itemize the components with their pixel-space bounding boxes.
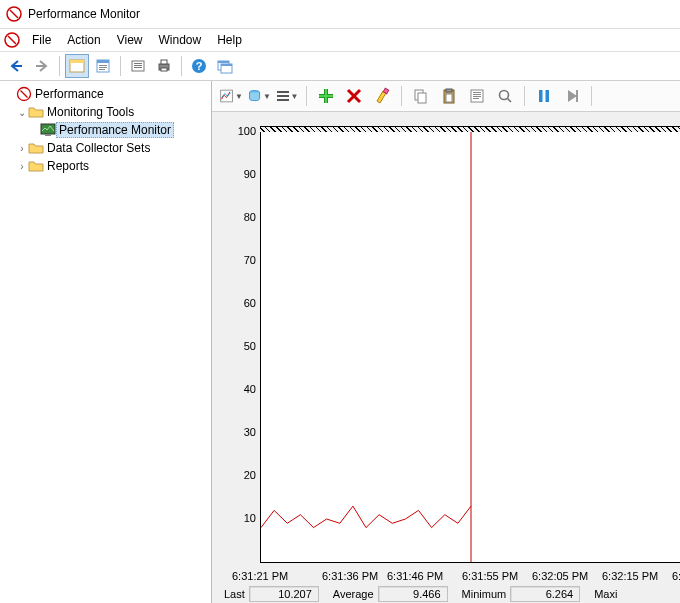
- svg-rect-46: [539, 90, 543, 102]
- menu-file[interactable]: File: [24, 31, 59, 49]
- show-hide-tree-button[interactable]: [65, 54, 89, 78]
- tree-label: Performance: [32, 87, 107, 101]
- expand-icon[interactable]: ›: [16, 161, 28, 172]
- separator: [401, 86, 402, 106]
- add-counter-button[interactable]: [313, 83, 339, 109]
- stat-max-label: Maxi: [594, 588, 617, 600]
- svg-rect-35: [418, 93, 426, 103]
- chart-pane: ▼ ▼ ▼ 100908070605040302010 6:31:21 PM6:…: [212, 81, 680, 603]
- nav-tree[interactable]: Performance ⌄ Monitoring Tools Performan…: [0, 81, 212, 603]
- highlight-button[interactable]: [369, 83, 395, 109]
- y-tick: 80: [226, 211, 256, 223]
- svg-rect-30: [277, 91, 289, 93]
- y-tick: 10: [226, 512, 256, 524]
- y-tick: 40: [226, 383, 256, 395]
- chart-area[interactable]: 100908070605040302010 6:31:21 PM6:31:36 …: [212, 112, 680, 582]
- menu-help[interactable]: Help: [209, 31, 250, 49]
- chart-toolbar: ▼ ▼ ▼: [212, 81, 680, 112]
- action-menu-button[interactable]: ▼: [274, 83, 300, 109]
- tree-data-collector-sets[interactable]: › Data Collector Sets: [0, 139, 211, 157]
- perfmon-icon: [16, 86, 32, 102]
- tree-label: Reports: [44, 159, 92, 173]
- window-title: Performance Monitor: [28, 7, 140, 21]
- new-window-button[interactable]: [213, 54, 237, 78]
- separator: [591, 86, 592, 106]
- view-type-button[interactable]: ▼: [218, 83, 244, 109]
- y-tick: 70: [226, 254, 256, 266]
- properties-button[interactable]: [464, 83, 490, 109]
- svg-rect-27: [45, 134, 51, 136]
- stat-avg-value: 9.466: [378, 586, 448, 602]
- svg-rect-14: [134, 67, 142, 68]
- expand-icon[interactable]: ›: [16, 143, 28, 154]
- svg-point-44: [500, 91, 509, 100]
- properties-button[interactable]: [91, 54, 115, 78]
- collapse-icon[interactable]: ⌄: [16, 107, 28, 118]
- svg-rect-38: [446, 94, 452, 102]
- menu-bar: File Action View Window Help: [0, 29, 680, 51]
- y-tick: 90: [226, 168, 256, 180]
- svg-rect-9: [99, 67, 107, 68]
- svg-rect-12: [134, 63, 142, 64]
- y-tick: 50: [226, 340, 256, 352]
- freeze-button[interactable]: [531, 83, 557, 109]
- tree-performance-monitor[interactable]: Performance Monitor: [0, 121, 211, 139]
- tree-label: Monitoring Tools: [44, 105, 137, 119]
- folder-icon: [28, 104, 44, 120]
- svg-rect-47: [546, 90, 550, 102]
- svg-rect-17: [161, 68, 167, 71]
- x-tick: 6:31:55 PM: [462, 570, 518, 582]
- forward-button[interactable]: [30, 54, 54, 78]
- chart-svg: [261, 132, 680, 562]
- delete-counter-button[interactable]: [341, 83, 367, 109]
- y-tick: 100: [226, 125, 256, 137]
- stat-min-label: Minimum: [462, 588, 507, 600]
- title-bar: Performance Monitor: [0, 0, 680, 29]
- svg-rect-16: [161, 60, 167, 64]
- svg-rect-42: [473, 96, 481, 97]
- back-button[interactable]: [4, 54, 28, 78]
- separator: [524, 86, 525, 106]
- monitor-icon: [40, 122, 56, 138]
- help-button[interactable]: ?: [187, 54, 211, 78]
- y-tick: 60: [226, 297, 256, 309]
- tree-root-performance[interactable]: Performance: [0, 85, 211, 103]
- print-button[interactable]: [152, 54, 176, 78]
- mmc-toolbar: ?: [0, 51, 680, 81]
- tree-reports[interactable]: › Reports: [0, 157, 211, 175]
- copy-button[interactable]: [408, 83, 434, 109]
- separator: [120, 56, 121, 76]
- update-button[interactable]: [559, 83, 585, 109]
- svg-rect-21: [218, 61, 229, 63]
- paste-button[interactable]: [436, 83, 462, 109]
- separator: [59, 56, 60, 76]
- svg-rect-41: [473, 94, 481, 95]
- menu-view[interactable]: View: [109, 31, 151, 49]
- chart-plot[interactable]: [260, 132, 680, 563]
- y-tick: 30: [226, 426, 256, 438]
- svg-rect-40: [473, 92, 481, 93]
- svg-rect-32: [277, 99, 289, 101]
- svg-rect-43: [473, 98, 479, 99]
- tree-monitoring-tools[interactable]: ⌄ Monitoring Tools: [0, 103, 211, 121]
- menu-window[interactable]: Window: [151, 31, 210, 49]
- svg-rect-31: [277, 95, 289, 97]
- svg-rect-8: [99, 65, 107, 66]
- svg-text:?: ?: [196, 60, 203, 72]
- export-button[interactable]: [126, 54, 150, 78]
- data-source-button[interactable]: ▼: [246, 83, 272, 109]
- stat-last-label: Last: [224, 588, 245, 600]
- x-tick: 6:32:05 PM: [532, 570, 588, 582]
- svg-line-45: [508, 99, 512, 103]
- zoom-button[interactable]: [492, 83, 518, 109]
- menu-action[interactable]: Action: [59, 31, 108, 49]
- stat-last-value: 10.207: [249, 586, 319, 602]
- svg-rect-23: [221, 64, 232, 66]
- stats-bar: Last10.207 Average9.466 Minimum6.264 Max…: [212, 582, 680, 603]
- x-tick: 6:31:46 PM: [387, 570, 443, 582]
- tree-label: Performance Monitor: [56, 122, 174, 138]
- stat-min-value: 6.264: [510, 586, 580, 602]
- folder-icon: [28, 140, 44, 156]
- svg-rect-10: [99, 69, 105, 70]
- y-tick: 20: [226, 469, 256, 481]
